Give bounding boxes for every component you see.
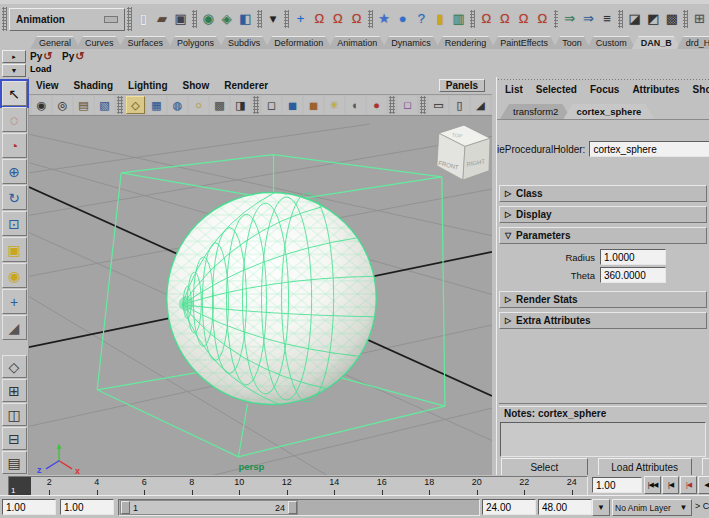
hypergraph-persp-icon[interactable]: ▤ [2,451,27,474]
show-manipulator-icon[interactable]: + [2,289,27,314]
shaded-icon[interactable]: ◼ [283,96,302,114]
help-icon[interactable]: ? [413,9,430,29]
shelf-tab-general[interactable]: General [30,36,80,49]
shelf-item-py2[interactable]: Py↺ [62,49,92,77]
playback-range-bar[interactable]: 1 24 [120,500,298,515]
viewport-menu-shading[interactable]: Shading [74,80,113,91]
playback-end-field[interactable] [482,499,536,515]
panel-grip[interactable] [497,78,709,81]
persp-graph-icon[interactable]: ⊟ [2,427,27,450]
radius-field[interactable] [600,249,666,265]
range-slider[interactable]: 1 24 [118,499,480,516]
shelf-tab-curves[interactable]: Curves [76,36,123,49]
select-component-icon[interactable]: ◧ [237,9,254,29]
animation-end-field[interactable] [538,499,592,515]
shelf-tab-dan_b[interactable]: DAN_B [632,36,681,49]
section-header-display[interactable]: ▷Display [499,206,707,223]
shelf-tab-rendering[interactable]: Rendering [436,36,496,49]
copy-tab-button[interactable] [702,458,709,475]
rotate-icon[interactable]: ↻ [2,185,27,210]
resolution-gate-icon[interactable]: ▭ [429,96,448,114]
viewport-3d-scene[interactable]: TOP FRONT RIGHT z x persp [29,116,492,475]
animation-start-field[interactable] [2,499,56,515]
shelf-tab-surfaces[interactable]: Surfaces [119,36,173,49]
play-backwards-icon[interactable]: ◀ [698,476,709,494]
snap-point-icon[interactable]: Ω [330,9,347,29]
playback-start-field[interactable] [60,499,114,515]
snap-grid-icon[interactable]: + [292,9,309,29]
render-settings-icon[interactable]: ▩ [664,9,681,29]
select-hierarchy-icon[interactable]: ◉ [200,9,217,29]
lock-icon[interactable]: ▮ [432,9,449,29]
ae-menu-attributes[interactable]: Attributes [632,84,679,95]
notes-field[interactable] [500,422,706,457]
shelf-menu-button[interactable]: ▼ [2,64,26,77]
shelf-tab-painteffects[interactable]: PaintEffects [491,36,557,49]
shelf-tab-dynamics[interactable]: Dynamics [382,36,440,49]
smooth-shade-icon[interactable]: ▦ [147,96,166,114]
bookmark-icon[interactable]: ▤ [74,96,93,114]
default-material-icon[interactable]: ◻ [262,96,281,114]
toolbar-grip[interactable] [2,7,7,31]
shelf-tab-toon[interactable]: Toon [553,36,591,49]
save-scene-icon[interactable]: ▣ [172,9,189,29]
image-plane-icon[interactable]: ▧ [95,96,114,114]
snap-magnet-a-icon[interactable]: Ω [478,9,495,29]
shelf-tab-custom[interactable]: Custom [587,36,636,49]
anim-layer-selector[interactable]: No Anim Layer ▼ [612,499,692,516]
shelf-tab-deformation[interactable]: Deformation [265,36,332,49]
node-tab-cortex_sphere[interactable]: cortex_sphere [563,104,654,119]
snap-curve-icon[interactable]: Ω [311,9,328,29]
scale-icon[interactable]: ⊡ [2,211,27,236]
lasso-icon[interactable]: ◌ [2,107,27,132]
texture-view-icon[interactable]: ◨ [231,96,250,114]
shelf-tab-animation[interactable]: Animation [328,36,386,49]
select-button[interactable]: Select [501,458,588,475]
ae-menu-selected[interactable]: Selected [536,84,577,95]
theta-field[interactable] [600,267,666,283]
shelf-tab-drd_hf2_riggingtool[interactable]: drd_HF2_RiggingTool [677,36,709,49]
ae-menu-show[interactable]: Show [693,84,709,95]
current-frame-indicator[interactable]: 1 [9,477,31,496]
bounding-box-icon[interactable]: ○ [189,96,208,114]
lights-icon[interactable]: ☀ [325,96,344,114]
four-pane-icon[interactable]: ⊞ [2,379,27,402]
ipr-render-icon[interactable]: ◩ [645,9,662,29]
output-connections-icon[interactable]: ⇒ [580,9,597,29]
textured-icon[interactable]: ◼ [304,96,323,114]
panels-menu[interactable]: Panels [439,79,485,92]
viewport-menu-renderer[interactable]: Renderer [224,80,268,91]
mask-combo-icon[interactable]: ▾ [265,9,282,29]
ae-menu-list[interactable]: List [505,84,523,95]
paint-select-icon[interactable]: ◔ [2,133,27,158]
move-icon[interactable]: ⊕ [2,159,27,184]
last-tool-icon[interactable]: ◢ [2,315,27,340]
counter-icon[interactable]: ⊞ [691,9,708,29]
toolbar-grip[interactable] [127,7,132,31]
section-header-class[interactable]: ▷Class [499,185,707,202]
current-time-field[interactable] [592,477,642,493]
snap-magnet-c-icon[interactable]: Ω [515,9,532,29]
viewport-canvas[interactable]: TOP FRONT RIGHT z x persp [29,116,492,475]
range-start-handle[interactable] [121,501,130,514]
step-back-frame-icon[interactable]: |◀ [662,476,679,494]
persp-outliner-icon[interactable]: ◫ [2,403,27,426]
channel-box-toggle[interactable]: > Cha [695,501,709,511]
shelf-cycle-button[interactable]: ▸ [2,50,26,63]
shelf-tab-subdivs[interactable]: Subdivs [219,36,269,49]
film-gate-icon[interactable]: ▯ [450,96,469,114]
range-end-handle[interactable] [288,501,297,514]
ae-menu-focus[interactable]: Focus [590,84,619,95]
select-icon[interactable]: ↖ [2,81,27,106]
viewport-menu-lighting[interactable]: Lighting [128,80,167,91]
snap-plane-icon[interactable]: Ω [348,9,365,29]
step-back-key-icon[interactable]: |◀ [680,476,697,494]
shelf-tab-polygons[interactable]: Polygons [168,36,223,49]
node-name-field[interactable] [589,141,709,157]
view-cube[interactable]: TOP FRONT RIGHT [437,125,490,180]
xray-icon[interactable]: ▩ [210,96,229,114]
star-icon[interactable]: ★ [376,9,393,29]
universal-manipulator-icon[interactable]: ▣ [2,237,27,262]
section-header-render-stats[interactable]: ▷Render Stats [499,291,707,308]
lit-sphere-icon[interactable]: ● [367,96,386,114]
